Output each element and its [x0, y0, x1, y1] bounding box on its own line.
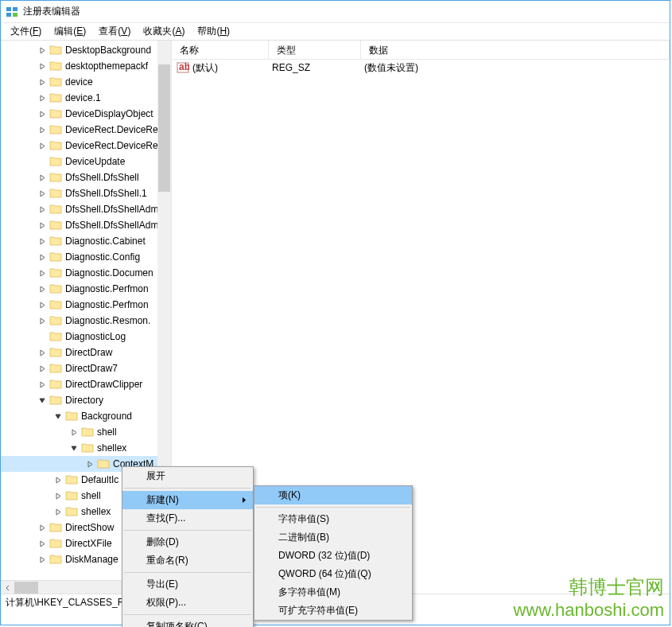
expand-icon[interactable] — [37, 45, 48, 56]
menu-separator — [124, 614, 251, 615]
expand-icon[interactable] — [37, 300, 48, 310]
tree-item-label: shell — [81, 490, 101, 501]
context-submenu-new[interactable]: 项(K)字符串值(S)二进制值(B)DWORD (32 位)值(D)QWORD … — [254, 485, 413, 621]
tree-item[interactable]: device — [1, 74, 171, 90]
expand-icon[interactable] — [37, 284, 48, 294]
folder-icon — [49, 554, 62, 565]
expand-icon[interactable] — [53, 507, 64, 517]
expand-icon[interactable] — [37, 268, 48, 278]
expand-icon[interactable] — [37, 316, 48, 326]
tree-item[interactable]: shell — [1, 424, 171, 440]
expand-icon[interactable] — [53, 491, 64, 501]
menu-item[interactable]: 字符串值(S) — [254, 510, 412, 528]
collapse-icon[interactable] — [53, 411, 64, 422]
tree-item[interactable]: DirectDrawClipper — [1, 376, 171, 392]
tree-item[interactable]: DeviceDisplayObject — [1, 106, 171, 122]
expand-icon[interactable] — [37, 380, 48, 390]
column-name[interactable]: 名称 — [172, 41, 269, 59]
expand-icon[interactable] — [37, 93, 48, 103]
tree-item[interactable]: Diagnostic.Documen — [1, 265, 171, 281]
tree-item[interactable]: DfsShell.DfsShell.1 — [1, 185, 171, 201]
tree-item[interactable]: DeviceRect.DeviceRe — [1, 138, 171, 154]
tree-item[interactable]: Diagnostic.Cabinet — [1, 233, 171, 249]
tree-item[interactable]: Diagnostic.Perfmon — [1, 281, 171, 297]
menu-item[interactable]: 二进制值(B) — [254, 528, 412, 547]
context-menu-tree[interactable]: 展开新建(N)查找(F)...删除(D)重命名(R)导出(E)权限(P)...复… — [122, 466, 254, 627]
expand-icon[interactable] — [85, 459, 95, 469]
expand-icon[interactable] — [37, 348, 48, 358]
scrollbar-thumb[interactable] — [158, 64, 170, 192]
tree-item[interactable]: DfsShell.DfsShellAdm — [1, 201, 171, 217]
folder-icon — [49, 236, 62, 247]
tree-item[interactable]: DiagnosticLog — [1, 329, 171, 345]
menu-item[interactable]: 新建(N) — [122, 491, 253, 509]
tree-item[interactable]: DfsShell.DfsShellAdm — [1, 217, 171, 233]
menu-f[interactable]: 文件(F) — [4, 23, 48, 40]
tree-item[interactable]: device.1 — [1, 90, 171, 106]
expand-icon[interactable] — [37, 173, 48, 183]
menu-item[interactable]: 复制项名称(C) — [122, 617, 253, 627]
svg-rect-2 — [6, 13, 11, 17]
collapse-icon[interactable] — [69, 443, 80, 454]
column-type[interactable]: 类型 — [269, 41, 361, 59]
expand-icon[interactable] — [37, 236, 48, 247]
menu-h[interactable]: 帮助(H) — [191, 23, 236, 40]
tree-item[interactable]: desktopthemepackf — [1, 58, 171, 74]
expand-icon[interactable] — [37, 189, 48, 199]
menu-item[interactable]: 查找(F)... — [122, 509, 253, 528]
tree-item[interactable]: DfsShell.DfsShell — [1, 169, 171, 185]
menu-v[interactable]: 查看(V) — [92, 23, 137, 40]
tree-item[interactable]: Diagnostic.Config — [1, 249, 171, 265]
folder-icon — [49, 379, 62, 390]
expand-icon[interactable] — [37, 141, 48, 151]
tree-item[interactable]: shellex — [1, 440, 171, 456]
tree-item[interactable]: DirectDraw — [1, 345, 171, 360]
menu-e[interactable]: 编辑(E) — [48, 23, 92, 40]
tree-item[interactable]: Background — [1, 408, 171, 424]
menu-item[interactable]: 重命名(R) — [122, 551, 253, 570]
folder-icon — [65, 506, 78, 517]
tree-item[interactable]: DeviceRect.DeviceRe — [1, 122, 171, 138]
folder-icon — [65, 490, 78, 501]
tree-item[interactable]: DirectDraw7 — [1, 360, 171, 376]
tree-item[interactable]: Directory — [1, 392, 171, 408]
list-row[interactable]: ab(默认)REG_SZ(数值未设置) — [172, 60, 670, 76]
tree-item[interactable]: Diagnostic.Resmon. — [1, 313, 171, 329]
expand-icon[interactable] — [37, 125, 48, 135]
tree-item[interactable]: DeviceUpdate — [1, 154, 171, 169]
menu-item[interactable]: QWORD (64 位)值(Q) — [254, 565, 412, 583]
scroll-left-button[interactable] — [1, 581, 14, 594]
folder-icon — [49, 315, 62, 326]
menu-a[interactable]: 收藏夹(A) — [137, 23, 191, 40]
expand-icon[interactable] — [37, 220, 48, 231]
expand-icon[interactable] — [37, 61, 48, 72]
expand-icon[interactable] — [69, 427, 80, 438]
menu-item[interactable]: 权限(P)... — [122, 594, 253, 612]
expand-icon[interactable] — [37, 364, 48, 374]
menu-item[interactable]: 导出(E) — [122, 575, 253, 594]
expand-icon[interactable] — [37, 204, 48, 215]
expand-icon[interactable] — [37, 77, 48, 88]
tree-item[interactable]: Diagnostic.Perfmon — [1, 297, 171, 313]
expand-icon[interactable] — [53, 475, 64, 485]
menu-item[interactable]: 可扩充字符串值(E) — [254, 602, 412, 620]
menu-item[interactable]: 删除(D) — [122, 533, 253, 551]
expand-icon[interactable] — [37, 109, 48, 119]
collapse-icon[interactable] — [37, 395, 48, 406]
expand-icon[interactable] — [37, 252, 48, 263]
menu-item[interactable]: 多字符串值(M) — [254, 583, 412, 602]
expand-icon[interactable] — [37, 555, 48, 565]
tree-item-label: DfsShell.DfsShell.1 — [65, 188, 147, 199]
column-data[interactable]: 数据 — [361, 41, 670, 59]
scrollbar-thumb[interactable] — [14, 582, 38, 594]
expand-icon[interactable] — [37, 523, 48, 533]
folder-icon — [49, 363, 62, 374]
menu-item[interactable]: DWORD (32 位)值(D) — [254, 547, 412, 565]
tree-item-label: Diagnostic.Resmon. — [65, 315, 150, 326]
expand-icon[interactable] — [37, 539, 48, 549]
tree-item-label: DfsShell.DfsShell — [65, 172, 139, 183]
menu-item[interactable]: 项(K) — [254, 486, 412, 504]
tree-item-label: shellex — [81, 506, 111, 517]
menu-item[interactable]: 展开 — [122, 467, 253, 485]
tree-item[interactable]: DesktopBackground — [1, 42, 171, 58]
